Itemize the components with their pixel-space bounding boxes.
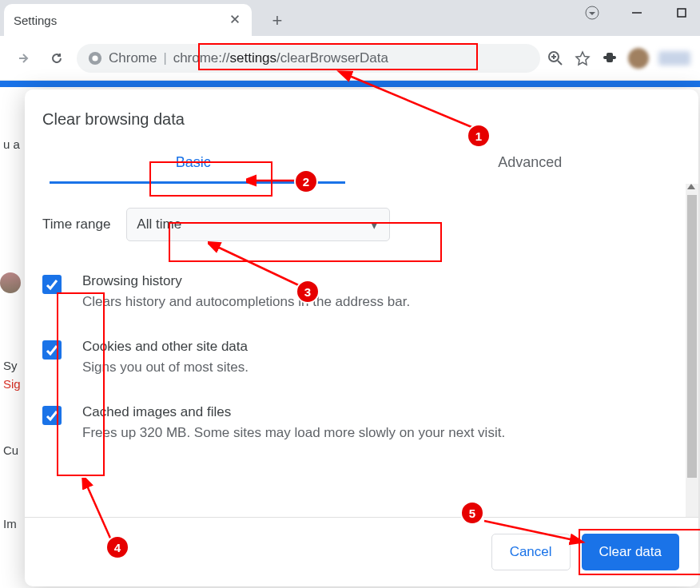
- annotation-callout-1: 1: [467, 124, 491, 148]
- time-range-label: Time range: [42, 217, 110, 232]
- chrome-icon: [88, 51, 102, 66]
- address-bar[interactable]: Chrome | chrome://settings/clearBrowserD…: [77, 44, 540, 73]
- back-icon[interactable]: [10, 45, 37, 72]
- minimize-icon[interactable]: [626, 4, 647, 22]
- clear-data-button[interactable]: Clear data: [582, 534, 679, 570]
- star-icon[interactable]: [574, 50, 591, 67]
- checkbox-cookies[interactable]: [42, 340, 62, 360]
- option-browsing-history: Browsing history Clears history and auto…: [42, 273, 681, 310]
- caret-down-icon: ▾: [371, 217, 378, 233]
- option-cookies: Cookies and other site data Signs you ou…: [42, 339, 681, 375]
- zoom-icon[interactable]: [547, 50, 564, 67]
- url-label: Chrome: [109, 50, 157, 66]
- tab-advanced[interactable]: Advanced: [362, 143, 699, 184]
- checkbox-cache[interactable]: [42, 406, 62, 425]
- option-title: Cookies and other site data: [82, 339, 681, 355]
- annotation-callout-5: 5: [460, 501, 484, 525]
- close-icon[interactable]: [229, 14, 242, 26]
- new-tab-button[interactable]: +: [266, 10, 288, 31]
- annotation-callout-3: 3: [296, 280, 320, 304]
- option-title: Browsing history: [82, 273, 681, 289]
- time-range-value: All time: [137, 217, 181, 232]
- checkbox-browsing-history[interactable]: [42, 275, 62, 294]
- option-title: Cached images and files: [82, 404, 681, 420]
- blurred-area: [658, 51, 690, 66]
- svg-rect-2: [678, 9, 686, 17]
- cancel-button[interactable]: Cancel: [491, 534, 571, 570]
- browser-titlebar: Settings +: [0, 0, 700, 36]
- svg-line-6: [558, 61, 562, 65]
- browser-tab[interactable]: Settings: [4, 4, 252, 36]
- dialog-tabs: Basic Advanced: [25, 143, 698, 184]
- option-desc: Clears history and autocompletions in th…: [82, 294, 681, 310]
- annotation-callout-4: 4: [105, 535, 129, 559]
- time-range-select[interactable]: All time ▾: [126, 208, 390, 241]
- clear-browsing-data-dialog: Clear browsing data Basic Advanced Time …: [25, 89, 698, 586]
- extensions-icon[interactable]: [601, 50, 618, 67]
- dropdown-icon[interactable]: [582, 4, 603, 22]
- avatar[interactable]: [628, 48, 649, 69]
- dialog-title: Clear browsing data: [25, 89, 698, 143]
- annotation-callout-2: 2: [294, 169, 318, 193]
- option-desc: Signs you out of most sites.: [82, 360, 681, 375]
- tab-title: Settings: [14, 14, 229, 27]
- browser-toolbar: Chrome | chrome://settings/clearBrowserD…: [0, 36, 700, 81]
- maximize-icon[interactable]: [671, 4, 692, 22]
- option-desc: Frees up 320 MB. Some sites may load mor…: [82, 425, 681, 441]
- option-cache: Cached images and files Frees up 320 MB.…: [42, 404, 681, 441]
- url-text: chrome://settings/clearBrowserData: [173, 50, 388, 66]
- scrollbar[interactable]: [686, 184, 698, 517]
- reload-icon[interactable]: [43, 45, 70, 72]
- dialog-content: Time range All time ▾ Browsing history C…: [25, 184, 698, 517]
- svg-point-4: [92, 55, 97, 61]
